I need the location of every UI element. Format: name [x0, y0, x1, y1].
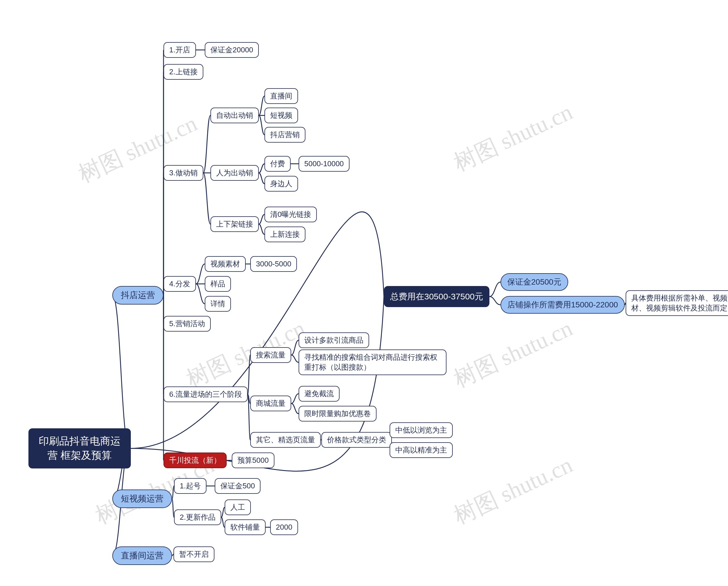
mindmap-node: 上新连接 — [264, 226, 306, 242]
mindmap-node: 总费用在30500-37500元 — [384, 286, 489, 307]
mindmap-node: 保证金500 — [215, 478, 260, 494]
mindmap-node: 千川投流（新） — [163, 453, 227, 468]
mindmap-node: 样品 — [205, 276, 231, 292]
mindmap-node: 自动出动销 — [210, 107, 259, 123]
mindmap-node: 6.流量进场的三个阶段 — [163, 387, 248, 402]
mindmap-node: 限时限量购加优惠卷 — [298, 406, 376, 421]
mindmap-node: 中高以精准为主 — [390, 442, 453, 458]
mindmap-node: 价格款式类型分类 — [321, 432, 392, 448]
watermark: 树图 shutu.cn — [449, 313, 577, 395]
mindmap-node: 人工 — [225, 499, 251, 515]
mindmap-node: 保证金20000 — [205, 42, 259, 58]
mindmap-node: 人为出动销 — [210, 165, 259, 181]
mindmap-node: 抖店营销 — [264, 127, 306, 143]
mindmap-node: 2.上链接 — [163, 64, 203, 80]
mindmap-node: 短视频运营 — [112, 490, 172, 508]
watermark: 树图 shutu.cn — [449, 97, 577, 179]
mindmap-node: 预算5000 — [232, 453, 275, 468]
mindmap-node: 保证金20500元 — [500, 273, 568, 291]
mindmap-node: 3.做动销 — [163, 165, 203, 181]
mindmap-node: 避免截流 — [298, 386, 340, 401]
mindmap-node: 软件铺量 — [225, 519, 266, 535]
watermark: 树图 shutu.cn — [449, 450, 577, 532]
mindmap-node: 视频素材 — [205, 256, 246, 272]
mindmap-node: 具体费用根据所需补单、视频素材、视频剪辑软件及投流而定 — [626, 290, 728, 316]
mindmap-node: 抖店运营 — [112, 286, 163, 304]
mindmap-node: 店铺操作所需费用15000-22000 — [500, 296, 625, 314]
mindmap-node: 中低以浏览为主 — [390, 422, 453, 438]
mindmap-node: 5.营销活动 — [163, 316, 211, 332]
mindmap-node: 清0曝光链接 — [264, 206, 317, 222]
mindmap-node: 4.分发 — [163, 276, 196, 292]
mindmap-node: 2.更新作品 — [174, 509, 221, 525]
mindmap-node: 直播间 — [264, 88, 298, 104]
mindmap-node: 商城流量 — [250, 396, 291, 411]
mindmap-node: 寻找精准的搜索组合词对商品进行搜索权重打标（以图搜款） — [298, 349, 446, 375]
mindmap-node: 暂不开启 — [174, 546, 214, 562]
mindmap-node: 其它、精选页流量 — [250, 432, 321, 448]
mindmap-node: 印刷品抖音电商运营 框架及预算 — [28, 428, 131, 468]
mindmap-node: 搜索流量 — [250, 347, 291, 363]
mindmap-node: 直播间运营 — [112, 546, 172, 565]
mindmap-node: 2000 — [270, 519, 298, 535]
mindmap-node: 3000-5000 — [250, 256, 297, 272]
mindmap-node: 身边人 — [264, 176, 298, 192]
mindmap-node: 5000-10000 — [298, 156, 349, 172]
mindmap-node: 详情 — [205, 296, 231, 312]
mindmap-node: 短视频 — [264, 107, 298, 123]
mindmap-node: 设计多款引流商品 — [298, 333, 369, 348]
mindmap-node: 上下架链接 — [210, 216, 259, 232]
mindmap-node: 付费 — [264, 156, 291, 172]
mindmap-node: 1.起号 — [174, 478, 206, 494]
mindmap-node: 1.开店 — [163, 42, 196, 58]
